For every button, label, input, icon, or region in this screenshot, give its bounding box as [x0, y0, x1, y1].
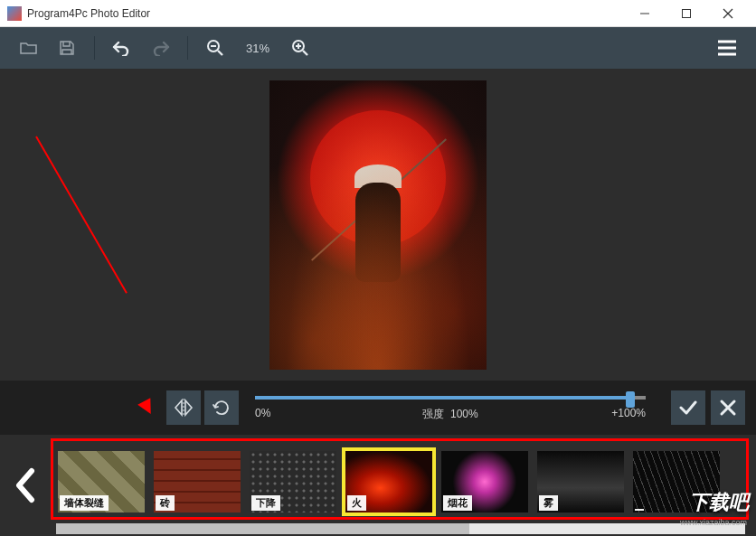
slider-value-label: 100% [450, 408, 478, 420]
thumb-label: 火 [347, 495, 366, 511]
check-icon [678, 399, 698, 417]
save-button[interactable] [51, 32, 83, 64]
effect-thumb-fog[interactable]: 雾 [537, 451, 624, 512]
maximize-button[interactable] [666, 0, 707, 27]
thumb-label: 砖 [156, 495, 175, 511]
thumb-label: 雾 [539, 495, 558, 511]
intensity-slider[interactable]: 0% 强度 100% +100% [242, 396, 658, 419]
slider-title-label: 强度 [422, 408, 444, 420]
slider-min-label: 0% [255, 407, 270, 419]
hamburger-menu-icon [717, 40, 737, 56]
close-button[interactable] [707, 0, 749, 27]
effect-thumb-fire[interactable]: 火 [345, 451, 432, 512]
slider-max-label: +100% [611, 407, 646, 419]
toolbar-separator [94, 36, 95, 60]
effect-thumb-wall-crack[interactable]: 墙体裂缝 [58, 451, 145, 512]
rotate-button[interactable] [204, 390, 239, 425]
flip-horizontal-button[interactable] [166, 390, 201, 425]
toolbar-separator [187, 36, 188, 60]
gallery-back-button[interactable] [0, 435, 51, 536]
save-icon [59, 40, 75, 56]
redo-icon [150, 40, 170, 56]
main-toolbar: 31% [0, 27, 756, 69]
zoom-out-button[interactable] [199, 32, 232, 64]
window-title: Program4Pc Photo Editor [27, 7, 624, 20]
thumb-label: 墙体裂缝 [60, 495, 109, 511]
app-icon [7, 6, 22, 21]
scrollbar-thumb[interactable] [56, 523, 469, 534]
thumb-label [635, 509, 644, 511]
svg-line-10 [303, 51, 307, 55]
flip-horizontal-icon [174, 399, 194, 417]
effect-gallery-panel: 墙体裂缝 砖 下降 火 烟花 雾 [0, 435, 756, 536]
effect-thumb-brick[interactable]: 砖 [154, 451, 241, 512]
effect-gallery[interactable]: 墙体裂缝 砖 下降 火 烟花 雾 [51, 435, 756, 536]
svg-rect-1 [683, 9, 691, 17]
zoom-in-icon [291, 39, 309, 57]
undo-button[interactable] [106, 32, 138, 64]
effect-thumb-falling[interactable]: 下降 [250, 451, 336, 512]
effect-thumb-streak[interactable] [633, 451, 720, 512]
zoom-out-icon [206, 39, 224, 57]
apply-button[interactable] [671, 390, 705, 425]
gallery-horizontal-scrollbar[interactable] [56, 523, 745, 534]
effect-controls-bar: 0% 强度 100% +100% [0, 381, 756, 435]
zoom-in-button[interactable] [284, 32, 317, 64]
rotate-icon [212, 399, 232, 417]
svg-line-6 [218, 51, 222, 55]
window-titlebar: Program4Pc Photo Editor [0, 0, 756, 27]
undo-icon [112, 40, 132, 56]
canvas-area[interactable] [0, 69, 756, 381]
canvas-image [269, 80, 487, 370]
zoom-level-display: 31% [246, 42, 269, 55]
minimize-button[interactable] [624, 0, 666, 27]
redo-button[interactable] [144, 32, 176, 64]
open-button[interactable] [13, 32, 45, 64]
x-icon [719, 399, 737, 417]
main-menu-button[interactable] [711, 32, 743, 64]
open-folder-icon [20, 41, 38, 55]
thumb-label: 下降 [251, 495, 280, 511]
cancel-button[interactable] [711, 390, 745, 425]
chevron-left-icon [14, 467, 37, 503]
slider-thumb[interactable] [626, 391, 635, 408]
thumb-label: 烟花 [443, 495, 472, 511]
effect-thumb-firework[interactable]: 烟花 [441, 451, 528, 512]
